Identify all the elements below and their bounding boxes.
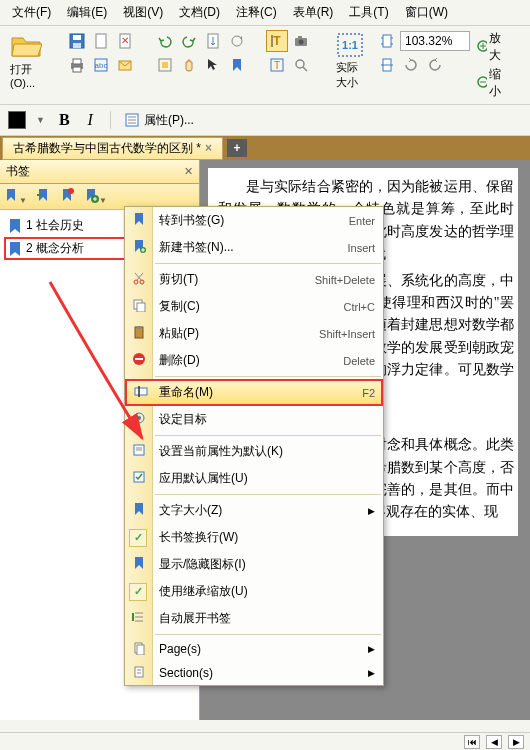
ctx-cut[interactable]: 剪切(T)Shift+Delete [125, 266, 383, 293]
actual-size-button[interactable]: 1:1 实际大小 [330, 30, 370, 100]
panel-close-button[interactable]: ✕ [184, 165, 193, 178]
menu-view[interactable]: 视图(V) [115, 2, 171, 23]
ctx-pages[interactable]: Page(s)▶ [125, 637, 383, 661]
ctx-auto-expand[interactable]: 自动展开书签 [125, 605, 383, 632]
properties-button[interactable]: 属性(P)... [124, 112, 194, 129]
menu-edit[interactable]: 编辑(E) [59, 2, 115, 23]
menu-window[interactable]: 窗口(W) [397, 2, 456, 23]
italic-button[interactable]: I [84, 111, 97, 129]
ctx-font-size[interactable]: 文字大小(Z)▶ [125, 497, 383, 524]
svg-point-22 [296, 60, 304, 68]
open-button[interactable]: 打开(O)... [4, 30, 48, 100]
text-select-button[interactable]: T [266, 30, 288, 52]
fit-button[interactable] [154, 54, 176, 76]
bold-button[interactable]: B [55, 111, 74, 129]
scissors-icon [131, 271, 147, 288]
apply-default-icon [131, 470, 147, 487]
svg-rect-2 [73, 43, 81, 48]
props-default-icon [131, 443, 147, 460]
nav-next-button[interactable]: ▶ [508, 735, 524, 749]
folder-open-icon [10, 32, 42, 60]
fit-page-button[interactable] [376, 30, 398, 52]
fit-width-button[interactable] [376, 54, 398, 76]
search-icon [293, 57, 309, 73]
ctx-rename[interactable]: 重命名(M)F2 [125, 379, 383, 406]
properties-icon [124, 112, 140, 128]
format-bar: ▼ B I 属性(P)... [0, 105, 530, 136]
menu-file[interactable]: 文件(F) [4, 2, 59, 23]
new-doc-button[interactable] [90, 30, 112, 52]
bookmarks-title: 书签 [6, 163, 30, 180]
bookmark-label: 2 概念分析 [26, 240, 84, 257]
ctx-paste[interactable]: 粘贴(P)Shift+Insert [125, 320, 383, 347]
delete-icon [131, 352, 147, 369]
bookmark-goto-icon [131, 212, 147, 229]
ctx-copy[interactable]: 复制(C)Ctrl+C [125, 293, 383, 320]
save-button[interactable] [66, 30, 88, 52]
edit-text-button[interactable]: T [266, 54, 288, 76]
ctx-sections[interactable]: Section(s)▶ [125, 661, 383, 685]
svg-point-36 [140, 280, 144, 284]
zoom-in-button[interactable]: 放大 [476, 30, 506, 64]
color-swatch[interactable] [8, 111, 26, 129]
edit-content-button[interactable]: T 编辑内 [524, 30, 530, 100]
open-label: 打开(O)... [10, 62, 42, 89]
camera-icon [293, 33, 309, 49]
menu-document[interactable]: 文档(D) [171, 2, 228, 23]
ctx-inherit-zoom[interactable]: ✓ 使用继承缩放(U) [125, 578, 383, 605]
rename-icon [133, 384, 149, 401]
fit-icon [157, 57, 173, 73]
close-doc-button[interactable]: ✕ [114, 30, 136, 52]
scroll-button[interactable] [202, 30, 224, 52]
tab-bar: 古希腊数学与中国古代数学的区别 * × + [0, 136, 530, 160]
menu-bar: 文件(F) 编辑(E) 视图(V) 文档(D) 注释(C) 表单(R) 工具(T… [0, 0, 530, 26]
zoom-input[interactable] [400, 31, 470, 51]
ctx-set-target[interactable]: 设定目标 [125, 406, 383, 433]
menu-tool[interactable]: 工具(T) [341, 2, 396, 23]
bookmark-button[interactable] [226, 54, 248, 76]
ctx-delete[interactable]: 删除(D)Delete [125, 347, 383, 374]
bm-tool-2[interactable] [35, 187, 51, 206]
zoom-out-button[interactable]: 缩小 [476, 66, 506, 100]
nav-first-button[interactable]: ⏮ [464, 735, 480, 749]
submenu-arrow-icon: ▶ [368, 668, 375, 678]
loop-button[interactable] [226, 30, 248, 52]
ctx-toggle-icons[interactable]: 显示/隐藏图标(I) [125, 551, 383, 578]
bm-tool-4[interactable]: ▼ [83, 187, 107, 206]
bookmark-label: 1 社会历史 [26, 217, 84, 234]
email-icon [117, 57, 133, 73]
hand-button[interactable] [178, 54, 200, 76]
undo-button[interactable] [154, 30, 176, 52]
bm-tool-3[interactable] [59, 187, 75, 206]
svg-text:T: T [273, 34, 281, 48]
ctx-wrap[interactable]: ✓ 长书签换行(W) [125, 524, 383, 551]
document-tab[interactable]: 古希腊数学与中国古代数学的区别 * × [2, 137, 223, 160]
email-button[interactable] [114, 54, 136, 76]
tab-close-button[interactable]: × [205, 141, 212, 155]
bm-tool-1[interactable]: ▼ [3, 187, 27, 206]
expand-icon [131, 610, 147, 627]
menu-form[interactable]: 表单(R) [285, 2, 342, 23]
print-button[interactable] [66, 54, 88, 76]
bookmark-icon [131, 502, 147, 519]
actual-size-label: 实际大小 [336, 60, 364, 90]
menu-comment[interactable]: 注释(C) [228, 2, 285, 23]
sections-icon [131, 665, 147, 682]
svg-rect-25 [383, 35, 391, 47]
nav-prev-button[interactable]: ◀ [486, 735, 502, 749]
rotate-button[interactable] [400, 54, 422, 76]
ocr-button[interactable]: abc [90, 54, 112, 76]
select-button[interactable] [202, 54, 224, 76]
redo-button[interactable] [178, 30, 200, 52]
ctx-apply-default[interactable]: 应用默认属性(U) [125, 465, 383, 492]
bookmark-icon [131, 556, 147, 573]
rotate-cw-button[interactable] [424, 54, 446, 76]
find-button[interactable] [290, 54, 312, 76]
ctx-goto-bookmark[interactable]: 转到书签(G)Enter [125, 207, 383, 234]
bookmark-icon [229, 57, 245, 73]
ctx-set-default[interactable]: 设置当前属性为默认(K) [125, 438, 383, 465]
svg-rect-38 [137, 303, 145, 312]
tab-add-button[interactable]: + [227, 139, 247, 157]
ctx-new-bookmark[interactable]: 新建书签(N)...Insert [125, 234, 383, 261]
snapshot-button[interactable] [290, 30, 312, 52]
